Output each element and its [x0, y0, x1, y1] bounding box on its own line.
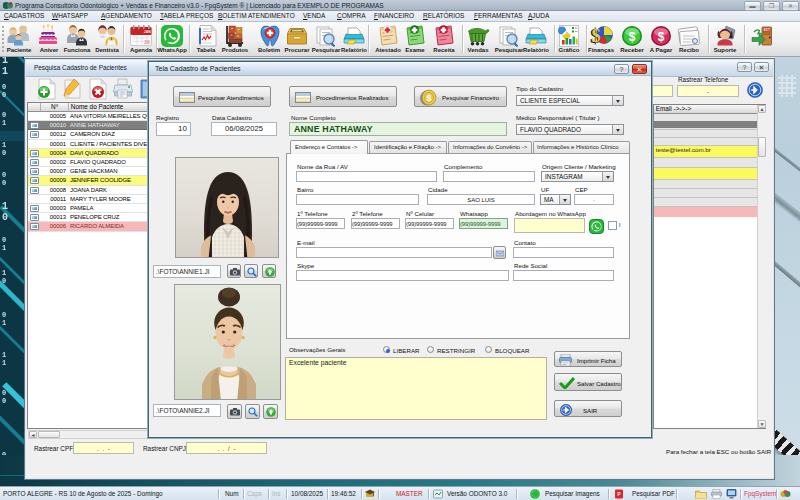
svg-text:JAN: JAN — [144, 30, 151, 34]
svg-text:P: P — [617, 492, 620, 497]
svg-text:$: $ — [592, 26, 601, 46]
svg-text:$: $ — [426, 93, 431, 103]
svg-text:$: $ — [658, 30, 665, 44]
svg-text:$: $ — [629, 30, 636, 44]
svg-text:EXIT: EXIT — [764, 28, 770, 32]
svg-text:29: 29 — [144, 39, 150, 45]
